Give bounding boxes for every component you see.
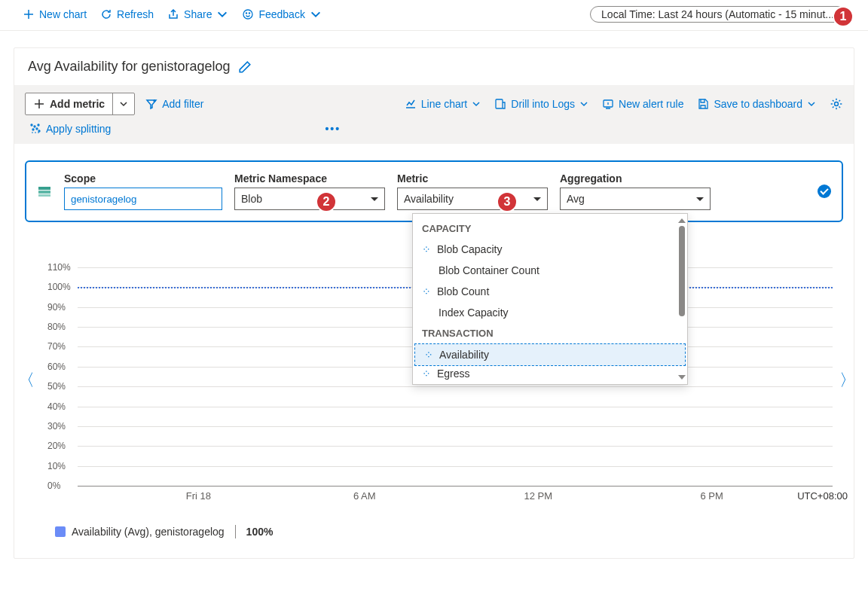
svg-point-9 xyxy=(32,129,34,130)
save-to-dashboard-button[interactable]: Save to dashboard xyxy=(697,98,816,110)
filter-icon xyxy=(145,98,157,110)
y-axis-tick: 0% xyxy=(47,480,60,491)
aggregation-label: Aggregation xyxy=(560,172,711,185)
dropdown-scrollbar[interactable] xyxy=(678,218,686,380)
settings-gear-icon[interactable] xyxy=(830,97,843,111)
svg-point-7 xyxy=(34,126,35,127)
new-chart-label: New chart xyxy=(39,8,87,20)
y-axis-tick: 10% xyxy=(47,461,66,471)
alert-icon xyxy=(602,98,614,110)
time-range-selector[interactable]: Local Time: Last 24 hours (Automatic - 1… xyxy=(590,6,845,23)
metric-dropdown-list: CAPACITY ⁘Blob Capacity Blob Container C… xyxy=(412,213,688,385)
chevron-down-icon xyxy=(472,99,481,108)
refresh-icon xyxy=(100,8,112,20)
plus-icon xyxy=(33,98,45,110)
add-metric-label: Add metric xyxy=(50,98,105,110)
dropdown-item-blob-container-count[interactable]: Blob Container Count xyxy=(413,260,687,281)
svg-rect-12 xyxy=(38,187,50,190)
metric-icon: ⁘ xyxy=(424,349,433,361)
new-chart-button[interactable]: New chart xyxy=(23,8,87,20)
annotation-badge-2: 2 xyxy=(316,191,337,212)
logs-icon xyxy=(494,98,506,110)
x-axis-tick: 6 PM xyxy=(701,490,723,510)
dropdown-group-capacity: CAPACITY xyxy=(413,218,687,239)
drill-into-logs-button[interactable]: Drill into Logs xyxy=(494,98,588,110)
refresh-button[interactable]: Refresh xyxy=(100,8,154,20)
legend-label: Availability (Avg), genistoragelog xyxy=(72,526,225,538)
dropdown-item-egress[interactable]: ⁘Egress xyxy=(413,366,687,381)
storage-resource-icon xyxy=(37,184,52,199)
chevron-down-icon xyxy=(579,99,588,108)
timezone-label: UTC+08:00 xyxy=(797,490,848,510)
dropdown-group-transaction: TRANSACTION xyxy=(413,323,687,343)
y-axis-tick: 50% xyxy=(47,381,66,392)
new-alert-rule-label: New alert rule xyxy=(619,98,683,110)
dropdown-item-availability[interactable]: ⁘Availability xyxy=(414,343,686,366)
new-alert-rule-button[interactable]: New alert rule xyxy=(602,98,683,110)
dropdown-item-blob-capacity[interactable]: ⁘Blob Capacity xyxy=(413,239,687,260)
y-axis-tick: 40% xyxy=(47,401,66,412)
y-axis-tick: 30% xyxy=(47,421,66,432)
y-axis-tick: 20% xyxy=(47,441,66,451)
metric-icon: ⁘ xyxy=(422,368,431,380)
namespace-label: Metric Namespace xyxy=(234,172,385,185)
save-icon xyxy=(697,98,709,110)
share-icon xyxy=(167,8,179,20)
refresh-label: Refresh xyxy=(117,8,154,20)
svg-point-11 xyxy=(38,130,40,132)
chevron-down-icon xyxy=(807,99,816,108)
query-valid-check-icon xyxy=(818,185,831,198)
svg-rect-3 xyxy=(496,99,503,108)
svg-rect-14 xyxy=(38,194,50,197)
scope-selector[interactable] xyxy=(64,188,222,210)
svg-point-5 xyxy=(835,102,839,106)
feedback-label: Feedback xyxy=(258,8,304,20)
chart-title: Avg Availability for genistoragelog xyxy=(28,59,231,75)
svg-point-2 xyxy=(249,13,250,14)
drill-into-logs-label: Drill into Logs xyxy=(511,98,575,110)
metric-label: Metric xyxy=(397,172,548,185)
namespace-selector[interactable]: Blob xyxy=(234,188,385,210)
y-axis-tick: 80% xyxy=(47,322,66,332)
more-menu-button[interactable]: ••• xyxy=(325,123,341,135)
save-to-dashboard-label: Save to dashboard xyxy=(714,98,802,110)
dropdown-item-index-capacity[interactable]: Index Capacity xyxy=(413,302,687,323)
metric-chart-card: Avg Availability for genistoragelog Add … xyxy=(14,47,854,559)
aggregation-selector[interactable]: Avg xyxy=(560,188,711,210)
chart-type-selector[interactable]: Line chart xyxy=(405,98,481,110)
share-button[interactable]: Share xyxy=(167,8,228,20)
dropdown-item-blob-count[interactable]: ⁘Blob Count xyxy=(413,281,687,302)
chevron-down-icon xyxy=(119,99,128,108)
metric-selector[interactable]: Availability xyxy=(397,188,548,210)
add-metric-dropdown[interactable] xyxy=(112,93,134,114)
share-label: Share xyxy=(184,8,212,20)
line-chart-icon xyxy=(405,98,417,110)
chevron-down-icon xyxy=(216,8,228,20)
add-filter-button[interactable]: Add filter xyxy=(145,98,203,110)
apply-splitting-button[interactable]: Apply splitting xyxy=(29,123,111,135)
scope-label: Scope xyxy=(64,172,222,185)
y-axis-tick: 90% xyxy=(47,302,66,313)
chevron-down-icon xyxy=(310,8,322,20)
apply-splitting-label: Apply splitting xyxy=(46,123,111,135)
chart-legend: Availability (Avg), genistoragelog 100% xyxy=(55,525,854,538)
add-metric-button[interactable]: Add metric xyxy=(25,93,135,115)
x-axis-tick: 6 AM xyxy=(353,490,376,510)
legend-swatch xyxy=(55,526,66,537)
edit-pencil-icon[interactable] xyxy=(238,60,252,74)
chart-type-label: Line chart xyxy=(421,98,467,110)
smiley-icon xyxy=(242,8,254,20)
svg-point-0 xyxy=(243,10,252,19)
scroll-right-button[interactable]: 〉 xyxy=(839,369,856,392)
annotation-badge-1: 1 xyxy=(833,6,854,27)
y-axis-tick: 70% xyxy=(47,341,66,352)
metric-icon: ⁘ xyxy=(422,285,431,297)
svg-point-8 xyxy=(38,124,39,126)
svg-point-6 xyxy=(31,124,32,126)
y-axis-tick: 110% xyxy=(47,262,71,273)
scroll-left-button[interactable]: 〈 xyxy=(18,369,35,392)
feedback-button[interactable]: Feedback xyxy=(242,8,321,20)
svg-point-10 xyxy=(36,128,38,130)
svg-point-1 xyxy=(246,13,247,14)
y-axis-tick: 100% xyxy=(47,282,71,292)
